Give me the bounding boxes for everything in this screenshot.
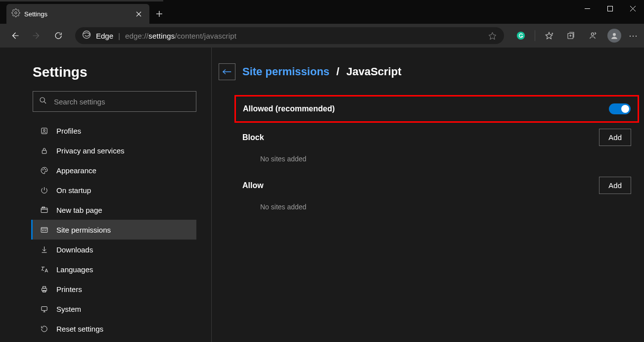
- search-icon: [39, 97, 47, 106]
- sidebar-item-downloads[interactable]: Downloads: [31, 240, 196, 259]
- svg-rect-18: [42, 288, 46, 291]
- sidebar-item-label: Privacy and services: [56, 147, 125, 155]
- sidebar-item-privacy[interactable]: Privacy and services: [31, 141, 196, 160]
- palette-icon: [40, 166, 48, 175]
- toolbar-separator: [535, 30, 535, 41]
- more-menu-button[interactable]: ⋯: [626, 30, 641, 41]
- sidebar-item-label: Languages: [56, 265, 93, 274]
- svg-rect-21: [41, 306, 46, 310]
- sidebar-item-startup[interactable]: On startup: [31, 180, 196, 200]
- allow-title: Allow: [242, 181, 264, 190]
- svg-rect-15: [42, 207, 45, 208]
- profile-avatar[interactable]: [604, 26, 624, 46]
- nav-back-button[interactable]: [5, 26, 25, 46]
- sidebar-item-label: Downloads: [56, 245, 93, 254]
- sidebar-item-label: Reset settings: [56, 325, 103, 333]
- settings-heading: Settings: [33, 64, 196, 80]
- sidebar-item-languages[interactable]: Languages: [31, 259, 196, 279]
- grammarly-extension-icon[interactable]: [511, 26, 531, 46]
- sidebar-item-label: On startup: [56, 186, 91, 195]
- settings-search[interactable]: [33, 91, 196, 112]
- sidebar-item-label: Printers: [56, 285, 82, 293]
- window-controls: [576, 0, 644, 17]
- sidebar-item-appearance[interactable]: Appearance: [31, 160, 196, 180]
- svg-point-6: [613, 33, 616, 36]
- block-section: Block Add No sites added: [242, 129, 631, 163]
- allow-add-button[interactable]: Add: [599, 177, 631, 194]
- address-url: edge://settings/content/javascript: [125, 32, 236, 40]
- toggle-knob: [621, 105, 629, 113]
- sidebar-item-reset[interactable]: Reset settings: [31, 319, 196, 339]
- content-area: Settings Profiles Privacy and services A…: [0, 48, 644, 342]
- breadcrumb-parent-link[interactable]: Site permissions: [242, 65, 329, 78]
- sidebar-item-system[interactable]: System: [31, 299, 196, 319]
- svg-rect-16: [41, 227, 47, 232]
- allowed-setting-row: Allowed (recommended): [234, 95, 639, 123]
- svg-rect-14: [41, 208, 47, 212]
- address-bar[interactable]: Edge | edge://settings/content/javascrip…: [75, 27, 504, 44]
- allowed-toggle[interactable]: [609, 103, 631, 114]
- edge-logo-icon: [82, 30, 91, 41]
- svg-rect-10: [42, 150, 46, 153]
- sidebar-item-printers[interactable]: Printers: [31, 279, 196, 299]
- svg-rect-1: [607, 6, 612, 11]
- newtab-icon: [40, 205, 48, 214]
- download-icon: [40, 245, 48, 254]
- settings-sidebar: Settings Profiles Privacy and services A…: [0, 48, 212, 342]
- window-maximize-button[interactable]: [598, 0, 621, 17]
- new-tab-button[interactable]: [149, 4, 169, 24]
- sidebar-item-newtab[interactable]: New tab page: [31, 200, 196, 220]
- svg-point-3: [517, 32, 525, 40]
- settings-nav: Profiles Privacy and services Appearance…: [33, 121, 196, 339]
- nav-forward-button[interactable]: [27, 26, 46, 46]
- sidebar-item-label: Site permissions: [56, 226, 111, 234]
- block-title: Block: [242, 133, 264, 142]
- window-minimize-button[interactable]: [576, 0, 598, 17]
- main-panel: Site permissions / JavaScript Allowed (r…: [212, 48, 644, 342]
- svg-point-17: [42, 230, 43, 231]
- lock-icon: [40, 146, 48, 155]
- settings-search-input[interactable]: [54, 98, 190, 106]
- breadcrumb-separator: /: [336, 65, 339, 78]
- printer-icon: [40, 285, 48, 293]
- address-identity-label: Edge: [96, 32, 113, 40]
- toolbar: Edge | edge://settings/content/javascrip…: [0, 24, 644, 48]
- permissions-icon: [40, 225, 48, 234]
- reset-icon: [40, 324, 48, 333]
- favorites-button[interactable]: [539, 26, 559, 46]
- window-close-button[interactable]: [621, 0, 644, 17]
- tab-title: Settings: [24, 10, 128, 18]
- nav-refresh-button[interactable]: [48, 26, 68, 46]
- sidebar-item-site-permissions[interactable]: Site permissions: [31, 220, 196, 240]
- sidebar-item-profiles[interactable]: Profiles: [31, 121, 196, 141]
- allow-section: Allow Add No sites added: [242, 177, 631, 211]
- allow-empty-message: No sites added: [242, 203, 631, 211]
- collections-button[interactable]: [561, 26, 581, 46]
- allowed-label: Allowed (recommended): [243, 104, 335, 113]
- titlebar-top-edge: [0, 0, 163, 1]
- tab-close-button[interactable]: [132, 7, 145, 21]
- svg-point-12: [44, 168, 44, 169]
- address-separator: |: [118, 32, 120, 40]
- svg-point-9: [43, 129, 45, 131]
- profile-switch-icon[interactable]: [583, 26, 602, 46]
- favorite-star-button[interactable]: [485, 29, 499, 43]
- sidebar-item-label: System: [56, 305, 81, 313]
- power-icon: [40, 186, 48, 195]
- sidebar-item-label: Appearance: [56, 166, 96, 175]
- svg-point-0: [15, 12, 17, 14]
- sidebar-item-label: Profiles: [56, 127, 81, 135]
- svg-point-7: [40, 98, 45, 102]
- breadcrumb-current: JavaScript: [346, 65, 401, 78]
- breadcrumb: Site permissions / JavaScript: [219, 63, 639, 80]
- svg-point-11: [42, 169, 43, 170]
- profile-icon: [40, 126, 48, 135]
- svg-rect-19: [43, 286, 46, 288]
- browser-tab[interactable]: Settings: [6, 4, 149, 24]
- language-icon: [40, 265, 48, 274]
- breadcrumb-back-button[interactable]: [219, 63, 235, 80]
- block-add-button[interactable]: Add: [599, 129, 631, 146]
- svg-point-13: [45, 169, 46, 170]
- titlebar: Settings: [0, 0, 644, 24]
- svg-point-5: [591, 33, 594, 35]
